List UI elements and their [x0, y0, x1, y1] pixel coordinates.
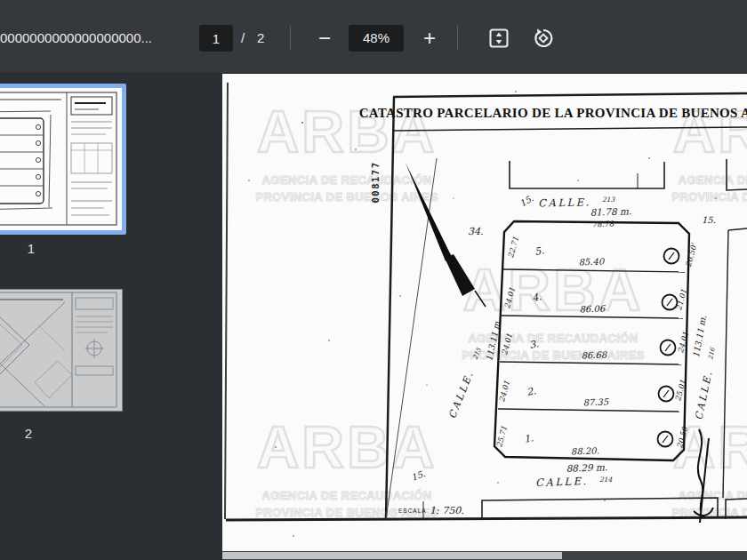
dim-top-outer: 81.78 m. [590, 205, 631, 218]
parcel-right-measure: 20.50' [684, 241, 699, 268]
horizontal-scrollbar-thumb[interactable] [222, 552, 562, 559]
parcel-right-measure: 21.01 [674, 288, 688, 311]
scan-frame-lines [225, 83, 747, 520]
parcel-marker-circles [658, 249, 679, 447]
parcel-right-measure: 20.50 [675, 426, 689, 450]
scan-noise-dots [248, 91, 717, 537]
scale-value: 1: 750. [430, 505, 464, 516]
toolbar-separator [457, 26, 458, 50]
fit-to-page-button[interactable] [482, 24, 516, 52]
parcel-number: 1. [523, 432, 534, 445]
dim-top-inner: 78.78 [592, 220, 614, 229]
zoom-level-display[interactable]: 48% [349, 25, 404, 52]
parcel-left-measure: 24.01 [500, 332, 514, 356]
map-title: CATASTRO PARCELARIO DE LA PROVINCIA DE B… [359, 106, 747, 120]
street-left-name: CALLE. [446, 369, 477, 420]
parcel-width: 86.06 [579, 303, 606, 314]
street-bottom-name: CALLE. [535, 475, 589, 489]
parcel-left-measure: 22.71 [506, 236, 520, 259]
parcel-width: 85.40 [578, 256, 606, 267]
page-total: 2 [257, 30, 264, 46]
page-number-input[interactable] [199, 25, 233, 52]
parcel-number: 5. [534, 244, 545, 258]
corner-mark: 15. [518, 193, 535, 208]
minus-icon: − [318, 26, 331, 51]
street-right-name: CALLE. [693, 369, 715, 421]
thumbnail-sidebar: 1 2 [0, 74, 222, 560]
scale-label: ESCALA [398, 508, 427, 514]
page-1-thumbnail-preview [0, 88, 122, 230]
parcel-left-measure: 24.01 [502, 286, 517, 309]
street-left-number: 215 [471, 347, 483, 361]
horizontal-scrollbar-track[interactable] [222, 551, 747, 560]
pdf-viewer-canvas[interactable]: ARBA AGENCIA DE RECAUDACIÓN PROVINCIA DE… [222, 74, 747, 560]
plus-icon: + [423, 26, 436, 51]
parcel-right-measure: 24.01 [676, 331, 690, 354]
corner-mark: 15. [702, 215, 716, 225]
page-divider: / [241, 30, 245, 46]
dim-bottom-outer: 88.29 m. [566, 461, 607, 474]
signature-mark [694, 429, 713, 523]
fit-to-page-icon [487, 27, 510, 50]
rotate-counterclockwise-icon [532, 27, 555, 50]
street-top-number: 213 [602, 196, 616, 204]
parcel-width: 87.35 [582, 396, 609, 407]
street-right-number: 216 [707, 347, 717, 360]
street-bottom-number: 214 [599, 476, 613, 484]
stamp-number: 008177 [370, 162, 381, 204]
zoom-out-button[interactable]: − [308, 24, 341, 52]
corner-mark: 15. [410, 468, 427, 483]
page-2-thumbnail-preview [0, 290, 122, 411]
thumbnail-page-1[interactable] [0, 84, 126, 235]
rotate-button[interactable] [526, 24, 560, 52]
parcel-left-measure: 24.01 [497, 380, 511, 403]
parcel-number: 2. [526, 385, 537, 398]
thumbnail-page-1-label: 1 [0, 241, 62, 256]
parcel-number: 3. [528, 338, 540, 351]
parcel-width: 88.20. [571, 445, 599, 456]
zoom-in-button[interactable]: + [413, 24, 446, 52]
document-filename: 0000000000000000000... [0, 30, 178, 46]
parcel-left-measure: 25.71 [494, 425, 509, 448]
thumbnail-page-2[interactable] [0, 289, 123, 412]
toolbar-separator [290, 26, 291, 50]
street-top-name: CALLE. [538, 196, 591, 209]
parcel-number: 4. [531, 291, 542, 304]
pdf-viewer-toolbar: 0000000000000000000... / 2 − 48% + [0, 0, 747, 74]
cadastral-map-drawing: CATASTRO PARCELARIO DE LA PROVINCIA DE B… [222, 74, 747, 551]
dim-right-total: 113.11 m. [691, 315, 708, 358]
parcel-width: 86.68 [581, 349, 608, 360]
corner-mark: 34. [468, 226, 484, 237]
thumbnail-page-2-label: 2 [0, 426, 57, 441]
